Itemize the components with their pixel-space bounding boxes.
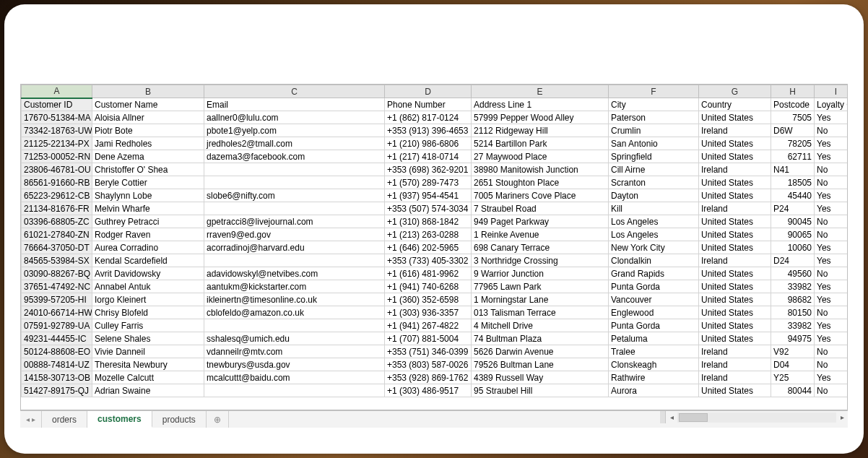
cell[interactable]: 71253-00052-RN	[22, 150, 92, 163]
cell[interactable]: 9 Warrior Junction	[472, 267, 609, 280]
header-cell[interactable]: Postcode	[771, 98, 815, 111]
scroll-right-button[interactable]: ▸	[836, 412, 848, 423]
cell[interactable]: 17670-51384-MA	[22, 111, 92, 124]
cell[interactable]: 33982	[771, 319, 815, 332]
scroll-track[interactable]	[677, 412, 836, 423]
cell[interactable]: Yes	[815, 241, 849, 254]
cell[interactable]: +1 (303) 486-9517	[385, 384, 472, 397]
cell[interactable]: 03090-88267-BQ	[22, 267, 92, 280]
cell[interactable]: 57999 Pepper Wood Alley	[472, 111, 609, 124]
cell[interactable]: Vancouver	[609, 293, 699, 306]
cell[interactable]: Ireland	[699, 371, 771, 384]
cell[interactable]: Ireland	[699, 124, 771, 137]
cell[interactable]: 7 Straubel Road	[472, 202, 609, 215]
cell[interactable]: Chrisy Blofeld	[92, 306, 204, 319]
cell[interactable]: 95399-57205-HI	[22, 293, 92, 306]
cell[interactable]: Yes	[815, 111, 849, 124]
header-cell[interactable]: Customer Name	[92, 98, 204, 111]
cell[interactable]: 00888-74814-UZ	[22, 358, 92, 371]
cell[interactable]: 21125-22134-PX	[22, 137, 92, 150]
tab-nav-arrows[interactable]: ◂ ▸	[20, 411, 42, 428]
scroll-thumb[interactable]	[679, 413, 708, 422]
cell[interactable]	[204, 254, 385, 267]
column-header-G[interactable]: G	[699, 85, 771, 98]
cell[interactable]: +1 (941) 740-6268	[385, 280, 472, 293]
cell[interactable]: 61021-27840-ZN	[22, 228, 92, 241]
cell[interactable]	[204, 384, 385, 397]
cell[interactable]: 90045	[771, 215, 815, 228]
cell[interactable]: +1 (303) 936-3357	[385, 306, 472, 319]
cell[interactable]: Selene Shales	[92, 332, 204, 345]
cell[interactable]: Punta Gorda	[609, 280, 699, 293]
cell[interactable]: 80044	[771, 384, 815, 397]
cell[interactable]: acorradinoj@harvard.edu	[204, 241, 385, 254]
header-cell[interactable]: Email	[204, 98, 385, 111]
cell[interactable]: San Antonio	[609, 137, 699, 150]
cell[interactable]: United States	[699, 280, 771, 293]
cell[interactable]: Vivie Danneil	[92, 345, 204, 358]
cell[interactable]: United States	[699, 319, 771, 332]
header-cell[interactable]: Customer ID	[22, 98, 92, 111]
cell[interactable]: Clondalkin	[609, 254, 699, 267]
cell[interactable]: 76664-37050-DT	[22, 241, 92, 254]
cell[interactable]: Yes	[815, 137, 849, 150]
cell[interactable]: 1 Morningstar Lane	[472, 293, 609, 306]
cell[interactable]: 65223-29612-CB	[22, 189, 92, 202]
column-header-D[interactable]: D	[385, 85, 472, 98]
cell[interactable]: United States	[699, 241, 771, 254]
cell[interactable]: +1 (210) 986-6806	[385, 137, 472, 150]
cell[interactable]: 14158-30713-OB	[22, 371, 92, 384]
cell[interactable]: Aloisia Allner	[92, 111, 204, 124]
cell[interactable]: Ireland	[699, 345, 771, 358]
cell[interactable]: vdanneilr@mtv.com	[204, 345, 385, 358]
cell[interactable]: Yes	[815, 189, 849, 202]
cell[interactable]: 5626 Darwin Avenue	[472, 345, 609, 358]
cell[interactable]: sshalesq@umich.edu	[204, 332, 385, 345]
cell[interactable]: Dene Azema	[92, 150, 204, 163]
scroll-split-handle[interactable]	[660, 411, 666, 423]
cell[interactable]: 4 Mitchell Drive	[472, 319, 609, 332]
cell[interactable]: Aurea Corradino	[92, 241, 204, 254]
cell[interactable]: rraven9@ed.gov	[204, 228, 385, 241]
cell[interactable]: United States	[699, 267, 771, 280]
cell[interactable]: No	[815, 306, 849, 319]
cell[interactable]: No	[815, 267, 849, 280]
cell[interactable]: Yes	[815, 319, 849, 332]
cell[interactable]: United States	[699, 228, 771, 241]
cell[interactable]: +1 (862) 817-0124	[385, 111, 472, 124]
cell[interactable]: 7005 Mariners Cove Place	[472, 189, 609, 202]
cell[interactable]: 49560	[771, 267, 815, 280]
cell[interactable]: United States	[699, 137, 771, 150]
cell[interactable]: +1 (646) 202-5965	[385, 241, 472, 254]
cell[interactable]: Adrian Swaine	[92, 384, 204, 397]
header-cell[interactable]: Address Line 1	[472, 98, 609, 111]
cell[interactable]: Yes	[815, 150, 849, 163]
cell[interactable]: Paterson	[609, 111, 699, 124]
cell[interactable]: 2112 Ridgeway Hill	[472, 124, 609, 137]
header-cell[interactable]: Phone Number	[385, 98, 472, 111]
cell[interactable]: Los Angeles	[609, 215, 699, 228]
cell[interactable]	[204, 319, 385, 332]
cell[interactable]: P24	[771, 202, 815, 215]
cell[interactable]: 5214 Bartillon Park	[472, 137, 609, 150]
cell[interactable]: 49231-44455-IC	[22, 332, 92, 345]
cell[interactable]: 10060	[771, 241, 815, 254]
column-header-H[interactable]: H	[771, 85, 815, 98]
column-header-E[interactable]: E	[472, 85, 609, 98]
cell[interactable]: 21134-81676-FR	[22, 202, 92, 215]
cell[interactable]: V92	[771, 345, 815, 358]
cell[interactable]: Mozelle Calcutt	[92, 371, 204, 384]
cell[interactable]: United States	[699, 215, 771, 228]
cell[interactable]: Culley Farris	[92, 319, 204, 332]
cell[interactable]: +1 (941) 267-4822	[385, 319, 472, 332]
cell[interactable]: Avrit Davidowsky	[92, 267, 204, 280]
cell[interactable]: 77965 Lawn Park	[472, 280, 609, 293]
cell[interactable]: No	[815, 228, 849, 241]
cell[interactable]: No	[815, 384, 849, 397]
cell[interactable]: Kill	[609, 202, 699, 215]
cell[interactable]: Crumlin	[609, 124, 699, 137]
cell[interactable]	[204, 176, 385, 189]
cell[interactable]: 18505	[771, 176, 815, 189]
cell[interactable]: Beryle Cottier	[92, 176, 204, 189]
cell[interactable]: Petaluma	[609, 332, 699, 345]
